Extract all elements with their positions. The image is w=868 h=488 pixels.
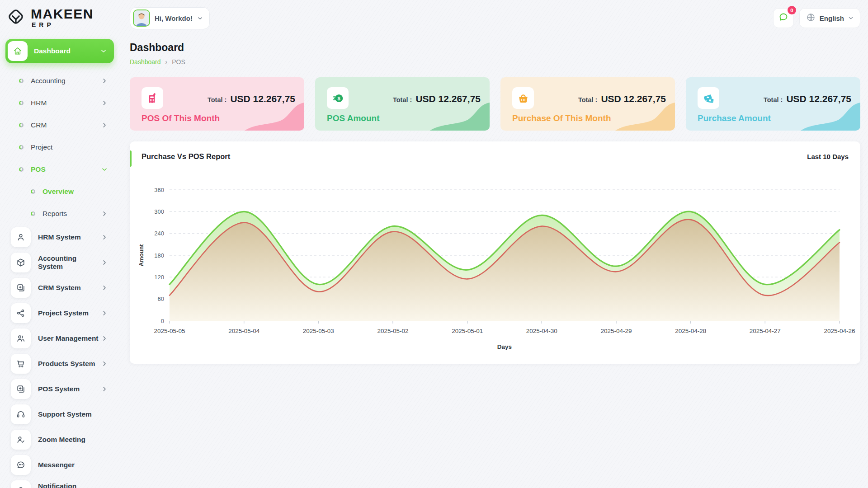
share-nodes-icon [11,303,31,323]
chevron-right-icon [101,100,108,106]
sidebar-item-crm[interactable]: CRM [5,114,114,136]
breadcrumb-dashboard-link[interactable]: Dashboard [130,58,161,66]
breadcrumb-current: POS [172,58,185,66]
chevron-right-icon [101,259,108,266]
sidebar-item-label: CRM [31,121,101,129]
total-label: Total : [578,96,597,103]
sidebar-item-hrm-system[interactable]: HRM System [5,225,114,250]
language-selector[interactable]: English [799,8,860,28]
sidebar-item-project-system[interactable]: Project System [5,300,114,326]
sidebar-item-reports[interactable]: Reports [5,202,114,225]
sidebar-item-user-management[interactable]: User Management [5,326,114,351]
svg-text:360: 360 [154,187,164,193]
chevron-right-icon [101,211,108,217]
sidebar-item-pos-system[interactable]: POS System [5,376,114,402]
svg-text:0: 0 [161,318,164,324]
stat-card-pos-of-this-month: Total :USD 12.267,75POS Of This Month [130,77,304,131]
total-label: Total : [764,96,783,103]
sidebar-item-zoom-meeting[interactable]: Zoom Meeting [5,427,114,452]
sidebar-item-project[interactable]: Project [5,136,114,158]
svg-text:2025-04-30: 2025-04-30 [526,328,557,334]
svg-text:240: 240 [154,230,164,237]
sidebar-item-label: HRM System [38,233,101,241]
svg-text:2025-05-02: 2025-05-02 [377,328,408,334]
overlap-squares-icon [11,278,31,298]
cart-icon [11,354,31,374]
svg-text:Amount: Amount [138,244,145,267]
chevron-right-icon [101,122,108,128]
sidebar-item-support-system[interactable]: Support System [5,402,114,427]
chevron-down-icon [101,166,108,173]
sidebar-item-label: Reports [42,210,101,218]
sidebar: MAKEEN ERP DashboardAccountingHRMCRMProj… [0,0,118,488]
chevron-down-icon [848,15,854,21]
sidebar-item-accounting-system[interactable]: Accounting System [5,250,114,275]
brand-name: MAKEEN [31,7,94,21]
main-area: Hi, Workdo! 0 [118,0,868,488]
sidebar-item-label: Products System [38,360,101,368]
user-menu[interactable]: Hi, Workdo! [130,7,210,29]
stat-cards-row: Total :USD 12.267,75POS Of This Month$To… [130,77,860,131]
app-layout: MAKEEN ERP DashboardAccountingHRMCRMProj… [0,0,868,488]
sidebar-item-pos[interactable]: POS [5,158,114,180]
total-amount: USD 12.267,75 [415,94,481,104]
card-wave-decoration [245,102,304,131]
chevron-right-icon [101,335,108,342]
sidebar-item-label: Accounting System [38,254,101,271]
sidebar-item-label: CRM System [38,284,101,292]
sidebar-item-hrm[interactable]: HRM [5,92,114,114]
overlap-squares-icon [11,379,31,399]
purchase-vs-pos-chart: 0601201802403003602025-05-052025-05-0420… [130,161,860,358]
sidebar-item-crm-system[interactable]: CRM System [5,275,114,300]
stat-card-purchase-amount: Total :USD 12.267,75Purchase Amount [686,77,860,131]
svg-text:$: $ [337,95,340,101]
users-icon [11,328,31,348]
chevron-down-icon [197,15,203,21]
brand-suffix: ERP [32,22,94,28]
svg-text:60: 60 [158,296,164,302]
sidebar-item-label: User Management [38,334,101,343]
sidebar-item-accounting[interactable]: Accounting [5,70,114,92]
brand-logo[interactable]: MAKEEN ERP [0,4,118,30]
sidebar-item-label: Zoom Meeting [38,436,108,444]
bullet-icon [19,79,24,83]
card-title: Purchase Of This Month [512,113,611,123]
notifications-button[interactable]: 0 [773,8,794,28]
svg-text:2025-04-28: 2025-04-28 [675,328,706,334]
sidebar-item-overview[interactable]: Overview [5,180,114,202]
svg-text:2025-05-01: 2025-05-01 [452,328,483,334]
svg-text:300: 300 [154,208,164,215]
bell-icon [11,480,31,488]
bullet-icon [31,189,35,194]
sidebar-item-label: POS [31,165,101,174]
globe-icon [806,13,816,24]
sidebar-item-dashboard[interactable]: Dashboard [5,39,114,63]
topbar: Hi, Workdo! 0 [130,0,860,32]
sidebar-item-notification-template[interactable]: Notification Template [5,478,114,488]
basket-icon [512,87,534,109]
bullet-icon [31,211,35,216]
coin-lines-icon: $ [327,87,349,109]
sidebar-item-label: Dashboard [34,47,100,55]
sidebar-menu: DashboardAccountingHRMCRMProjectPOSOverv… [0,30,118,488]
card-title: POS Amount [327,113,379,123]
svg-text:2025-04-26: 2025-04-26 [824,328,855,334]
svg-text:Days: Days [497,343,512,350]
stat-card-pos-amount: $Total :USD 12.267,75POS Amount [315,77,490,131]
headset-icon [11,404,31,424]
sidebar-item-label: HRM [31,99,101,107]
language-label: English [820,14,844,22]
sidebar-item-messenger[interactable]: Messenger [5,452,114,478]
sidebar-item-products-system[interactable]: Products System [5,351,114,376]
chevron-right-icon [101,285,108,291]
chart-card: Purchase Vs POS Report Last 10 Days 0601… [130,141,860,364]
breadcrumb-separator: › [165,58,168,66]
cube-icon [11,253,31,272]
svg-text:2025-05-05: 2025-05-05 [154,328,185,334]
chat-bubble-icon [11,455,31,475]
card-wave-decoration [615,102,675,131]
chart-range-label: Last 10 Days [807,153,849,160]
home-icon [8,41,28,61]
pos-terminal-icon [142,87,163,109]
total-amount: USD 12.267,75 [601,94,666,104]
